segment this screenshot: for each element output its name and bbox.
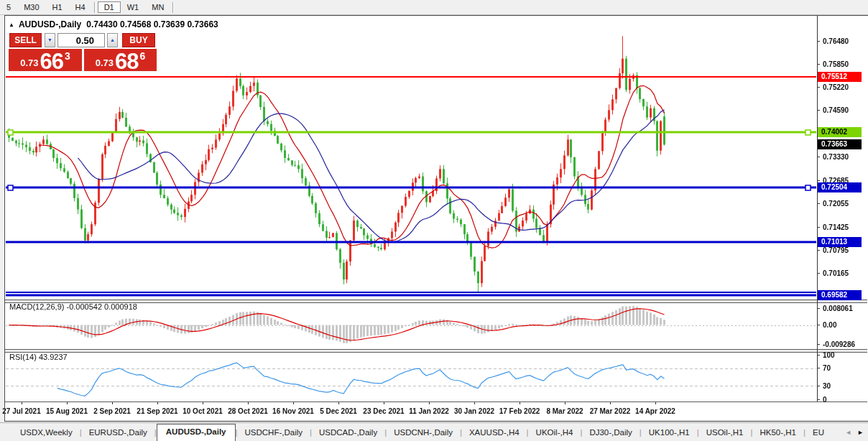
tick-mark	[817, 355, 820, 356]
buy-button[interactable]: BUY	[122, 33, 155, 47]
date-label: 10 Oct 2021	[183, 407, 223, 415]
date-tick-mark	[520, 402, 520, 404]
date-label: 21 Sep 2021	[137, 407, 177, 415]
tick-value: 0.73330	[817, 153, 849, 161]
tab-scroll-arrows: ◄ ►	[839, 422, 868, 441]
tick-mark	[817, 227, 820, 228]
price-tick: 0.75850	[817, 60, 849, 69]
tick-value: 0.75220	[817, 83, 849, 91]
date-label: 14 Apr 2022	[635, 407, 675, 415]
price-level-badge: 0.75512	[818, 72, 862, 82]
tick-value: 0.70165	[817, 269, 849, 277]
tick-value: 0.70795	[817, 246, 849, 254]
rsi-axis-tick: 0	[817, 395, 827, 404]
date-label: 8 Mar 2022	[546, 407, 583, 415]
tick-mark	[817, 273, 820, 274]
arrow-down-icon: ▼	[47, 37, 52, 42]
tick-value: 0.75850	[817, 60, 849, 68]
buy-price-pips: 68	[115, 52, 138, 71]
rsi-axis-tick: 70	[817, 363, 831, 373]
date-label: 28 Oct 2021	[228, 407, 268, 415]
date-tick-mark	[157, 402, 158, 404]
tick-mark	[817, 368, 820, 368]
tick-mark	[817, 64, 820, 65]
macd-axis-tick: -0.009286	[817, 340, 855, 349]
price-tick: 0.72055	[817, 199, 849, 208]
tick-mark	[817, 110, 820, 111]
macd-axis-tick: 0.008061	[817, 304, 853, 313]
date-tick-mark	[67, 402, 68, 404]
date-label: 2 Sep 2021	[93, 407, 131, 415]
date-tick-mark	[655, 402, 656, 404]
tick-mark	[817, 41, 820, 42]
buy-price-major: 0.73	[96, 57, 114, 68]
date-label: 23 Dec 2021	[363, 407, 404, 415]
date-tick-mark	[474, 402, 475, 404]
sell-price-major: 0.73	[20, 57, 38, 68]
date-label: 17 Feb 2022	[499, 407, 540, 415]
tick-mark	[817, 180, 820, 181]
collapse-triangle-icon[interactable]: ▲	[9, 22, 14, 28]
tick-value: 0.00	[817, 321, 836, 329]
chart-ohlc-values: 0.74430 0.74568 0.73639 0.73663	[86, 19, 218, 29]
price-tick: 0.70165	[817, 269, 849, 278]
macd-axis-tick: 0.00	[817, 320, 836, 330]
tick-mark	[817, 308, 820, 309]
volume-increase-button[interactable]: ▲	[107, 33, 118, 47]
date-tick-mark	[565, 402, 565, 404]
tick-mark	[817, 325, 820, 325]
date-tick-mark	[203, 402, 203, 404]
time-axis-divider	[5, 401, 867, 402]
price-tick: 0.75220	[817, 83, 849, 92]
tab-scroll-right-icon[interactable]: ►	[857, 429, 864, 436]
date-tick-mark	[22, 402, 22, 404]
rsi-panel-divider[interactable]	[5, 349, 867, 353]
price-level-badge: 0.72504	[818, 182, 862, 192]
tick-mark	[817, 344, 820, 345]
volume-input[interactable]	[57, 33, 105, 47]
date-label: 5 Dec 2021	[320, 407, 357, 415]
current-price-badge: 0.73663	[818, 139, 862, 149]
tick-mark	[817, 386, 820, 386]
tick-value: 0.72055	[817, 200, 849, 208]
chart-title: ▲ AUDUSD-,Daily 0.74430 0.74568 0.73639 …	[9, 19, 218, 29]
price-level-badge: 0.74002	[818, 127, 862, 137]
date-tick-mark	[293, 402, 294, 404]
rsi-axis-tick: 100	[817, 351, 835, 360]
price-tick: 0.74590	[817, 106, 849, 115]
buy-price-point: 6	[140, 50, 146, 62]
tick-value: 0.76480	[817, 37, 849, 45]
date-tick-mark	[429, 402, 430, 404]
date-label: 27 Jul 2021	[2, 407, 40, 415]
chart-symbol-period: AUDUSD-,Daily	[19, 19, 81, 29]
price-level-badge: 0.69582	[818, 290, 862, 300]
volume-decrease-button[interactable]: ▼	[45, 33, 55, 47]
tick-mark	[817, 157, 820, 157]
date-label: 27 Mar 2022	[590, 407, 631, 415]
tick-mark	[817, 250, 820, 251]
sell-price-box[interactable]: 0.73 66 3	[9, 49, 82, 71]
sell-price-pips: 66	[40, 52, 63, 71]
sell-price-point: 3	[65, 50, 70, 62]
buy-price-box[interactable]: 0.73 68 6	[84, 49, 157, 71]
tick-value: -0.009286	[817, 340, 855, 348]
tick-value: 0.71425	[817, 223, 849, 231]
rsi-axis-tick: 30	[817, 381, 831, 391]
macd-indicator-label: MACD(12,26,9) -0.000542 0.000918	[9, 302, 137, 311]
sell-button[interactable]: SELL	[9, 33, 42, 47]
arrow-up-icon: ▲	[110, 37, 115, 42]
date-tick-mark	[112, 402, 113, 404]
date-tick-mark	[384, 402, 384, 404]
date-tick-mark	[338, 402, 339, 404]
trading-terminal: 5M30H1H4D1W1MN MACD(12,26,9) -0.000542 0…	[0, 0, 868, 441]
tick-mark	[817, 203, 820, 204]
tick-value: 0.74590	[817, 106, 849, 114]
tab-scroll-left-icon[interactable]: ◄	[845, 429, 851, 436]
price-level-badge: 0.71013	[818, 237, 862, 247]
tick-mark	[817, 399, 820, 400]
date-label: 30 Jan 2022	[454, 407, 494, 415]
price-tick: 0.71425	[817, 223, 849, 232]
date-label: 16 Nov 2021	[272, 407, 314, 415]
price-tick: 0.73330	[817, 152, 849, 162]
rsi-indicator-label: RSI(14) 43.9237	[9, 353, 68, 361]
